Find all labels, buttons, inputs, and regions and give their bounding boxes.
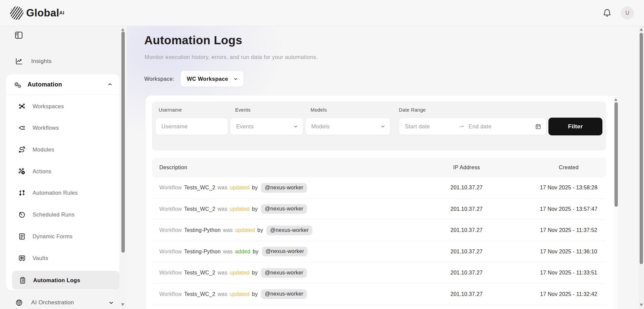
log-created: 17 Nov 2025 - 13:57:47 xyxy=(531,206,606,212)
sidebar-item-label: Workflows xyxy=(33,125,59,131)
events-filter-label: Events xyxy=(235,107,251,113)
end-date-placeholder[interactable]: End date xyxy=(469,123,532,130)
sidebar-section-automation[interactable]: ⚙⚙ Automation xyxy=(6,74,119,95)
sidebar-item-modules[interactable]: Modules xyxy=(11,142,114,157)
scrollbar-thumb[interactable] xyxy=(640,33,643,264)
desc-prefix: Workflow xyxy=(159,270,182,276)
brand-superscript: AI xyxy=(59,10,64,15)
workspace-label: Workspace: xyxy=(144,76,174,82)
desc-verb: was xyxy=(223,227,233,233)
split-circle-icon xyxy=(15,299,23,307)
desc-by: by xyxy=(252,270,258,276)
table-row[interactable]: Workflow Tests_WC_2 was updated by @nexu… xyxy=(152,284,606,305)
desc-entity: Testing-Python xyxy=(184,249,221,255)
brand-name: GlobalAI xyxy=(26,6,64,20)
sidebar-item-scheduled-runs[interactable]: Scheduled Runs xyxy=(11,207,114,222)
workspace-selected-value: WC Workspace xyxy=(187,76,228,82)
table-row[interactable]: Workflow Testing-Python was added by @ne… xyxy=(152,241,606,263)
sidebar-item-dynamic-forms[interactable]: Dynamic Forms xyxy=(11,229,114,244)
calendar-icon[interactable] xyxy=(535,123,541,130)
avatar-initial: U xyxy=(626,10,630,16)
automation-section-card: ⚙⚙ Automation Workspaces Workflows xyxy=(6,74,119,290)
desc-by: by xyxy=(253,249,258,255)
table-scrollbar[interactable] xyxy=(613,97,619,309)
scrollbar-up-arrow[interactable] xyxy=(121,28,124,31)
sidebar-item-label: Scheduled Runs xyxy=(33,211,74,218)
desc-entity: Tests_WC_2 xyxy=(184,185,215,191)
user-badge[interactable]: @nexus-worker xyxy=(261,268,307,278)
user-badge[interactable]: @nexus-worker xyxy=(261,204,307,214)
sidebar-item-workspaces[interactable]: Workspaces xyxy=(11,99,114,114)
sidebar-item-insights[interactable]: Insights xyxy=(0,55,119,68)
log-ip: 201.10.37.27 xyxy=(402,185,531,191)
log-description: Workflow Testing-Python was added by @ne… xyxy=(152,247,402,256)
chevron-up-icon xyxy=(107,82,113,87)
table-row[interactable]: Workflow Tests_WC_2 was updated by @nexu… xyxy=(152,199,606,220)
scrollbar-thumb[interactable] xyxy=(121,32,125,253)
models-select[interactable]: Models xyxy=(305,118,390,135)
sidebar-item-label: Modules xyxy=(33,146,54,153)
sidebar: Insights ⚙⚙ Automation Workspaces Wor xyxy=(0,26,127,309)
user-badge[interactable]: @nexus-worker xyxy=(266,226,312,235)
clipboard-icon xyxy=(19,276,26,284)
user-avatar[interactable]: U xyxy=(621,6,634,19)
sidebar-item-workflows[interactable]: Workflows xyxy=(11,120,114,135)
username-input-wrapper xyxy=(155,118,228,135)
workspace-select[interactable]: WC Workspace xyxy=(180,71,244,87)
form-doc-icon xyxy=(18,233,26,240)
notifications-bell-icon[interactable] xyxy=(602,8,612,18)
chart-line-icon xyxy=(15,57,23,65)
log-ip: 201.10.37.27 xyxy=(402,206,531,212)
table-header-row: Description IP Address Created xyxy=(152,158,606,177)
sidebar-item-vaults[interactable]: Vaults xyxy=(11,251,114,265)
events-select[interactable]: Events xyxy=(230,118,303,135)
sidebar-item-label: Insights xyxy=(31,58,52,65)
start-date-placeholder[interactable]: Start date xyxy=(405,123,455,130)
sidebar-item-label: Automation Rules xyxy=(33,190,78,196)
main-content: Automation Logs Monitor execution histor… xyxy=(127,26,639,309)
page-title: Automation Logs xyxy=(144,34,242,47)
log-created: 17 Nov 2025 - 11:36:10 xyxy=(531,249,606,255)
sidebar-scrollbar[interactable] xyxy=(120,26,125,309)
scrollbar-up-arrow[interactable] xyxy=(640,28,643,31)
scrollbar-thumb[interactable] xyxy=(614,102,618,207)
scrollbar-up-arrow[interactable] xyxy=(614,98,618,101)
user-badge[interactable]: @nexus-worker xyxy=(262,247,308,256)
network-bolt-icon xyxy=(18,168,26,175)
desc-verb: was xyxy=(218,206,227,212)
log-ip: 201.10.37.27 xyxy=(402,291,531,297)
sidebar-item-automation-rules[interactable]: Automation Rules xyxy=(11,185,114,200)
chevron-down-icon xyxy=(380,124,385,129)
sidebar-item-label: Automation Logs xyxy=(33,277,80,284)
log-ip: 201.10.37.27 xyxy=(402,270,531,276)
desc-entity: Tests_WC_2 xyxy=(184,206,215,212)
swap-vertical-icon xyxy=(18,189,26,197)
table-row[interactable]: Workflow Testing-Python was updated by @… xyxy=(152,220,606,241)
username-input[interactable] xyxy=(161,123,223,130)
safe-icon xyxy=(18,254,26,262)
table-body: Workflow Tests_WC_2 was updated by @nexu… xyxy=(152,177,606,305)
column-header-created: Created xyxy=(531,165,606,171)
desc-entity: Tests_WC_2 xyxy=(184,291,215,297)
filter-button[interactable]: Filter xyxy=(548,118,602,135)
desc-action: updated xyxy=(230,185,250,191)
brand-logo: GlobalAI xyxy=(10,6,64,20)
desc-prefix: Workflow xyxy=(159,185,182,191)
user-badge[interactable]: @nexus-worker xyxy=(261,289,307,299)
sidebar-section-label: Automation xyxy=(28,81,101,88)
user-badge[interactable]: @nexus-worker xyxy=(261,183,307,193)
window-scrollbar[interactable] xyxy=(639,26,644,309)
scrollbar-down-arrow[interactable] xyxy=(640,304,643,306)
sidebar-item-ai-orchestration[interactable]: AI Orchestration xyxy=(0,296,119,309)
panel-toggle-icon[interactable] xyxy=(14,30,23,40)
sidebar-item-actions[interactable]: Actions xyxy=(11,164,114,179)
desc-by: by xyxy=(252,206,258,212)
filter-panel: Username Events Models Date Range Events… xyxy=(152,102,606,150)
scrollbar-down-arrow[interactable] xyxy=(121,303,124,306)
table-row[interactable]: Workflow Tests_WC_2 was updated by @nexu… xyxy=(152,262,606,284)
desc-action: updated xyxy=(230,291,250,297)
page-subtitle: Monitor execution history, errors, and r… xyxy=(145,54,318,60)
sidebar-item-automation-logs[interactable]: Automation Logs xyxy=(12,271,119,290)
date-range-picker[interactable]: Start date End date xyxy=(399,118,546,135)
table-row[interactable]: Workflow Tests_WC_2 was updated by @nexu… xyxy=(152,177,606,199)
